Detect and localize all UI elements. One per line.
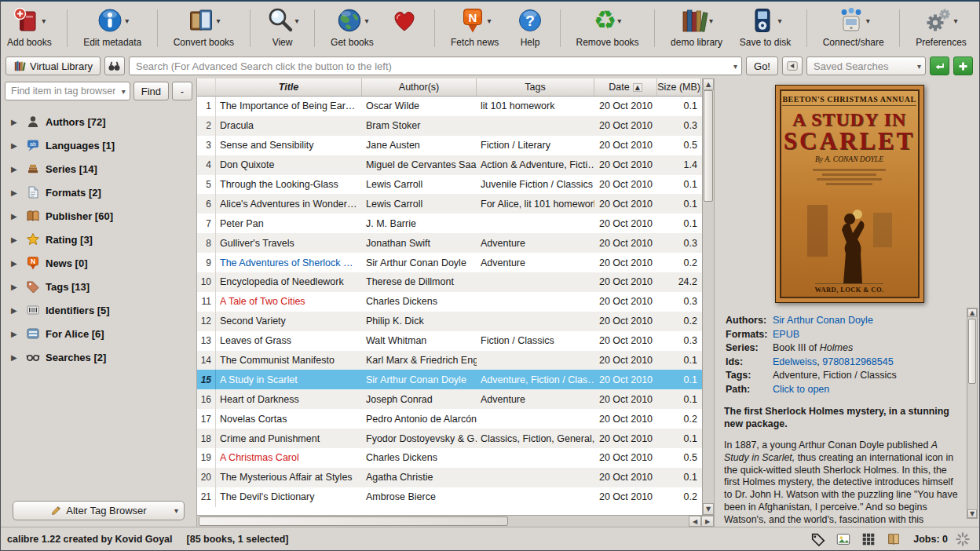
table-row[interactable]: 5Through the Looking-GlassLewis CarrollJ…	[197, 175, 702, 195]
field-value-link[interactable]: EPUB	[773, 329, 799, 340]
expander-icon[interactable]: ▶	[11, 259, 20, 268]
table-row[interactable]: 21The Devil's DictionaryAmbrose Bierce20…	[197, 487, 702, 507]
jobs-status[interactable]: Jobs: 0	[913, 534, 948, 545]
find-item-combo[interactable]: ▾	[5, 82, 130, 100]
find-button[interactable]: Find	[133, 82, 169, 100]
copy-search-button[interactable]	[930, 57, 949, 75]
table-row[interactable]: 6Alice's Adventures in Wonder…Lewis Carr…	[197, 194, 702, 213]
jobs-spinner-button[interactable]	[953, 530, 973, 549]
dropdown-arrow-icon[interactable]: ▾	[617, 16, 621, 25]
sidebar-item-series[interactable]: ▶Series [14]	[3, 157, 194, 181]
sidebar-item-searches[interactable]: ▶Searches [2]	[3, 345, 194, 369]
dropdown-arrow-icon[interactable]: ▾	[777, 16, 781, 25]
edit-metadata-button[interactable]: ▾Edit metadata	[80, 3, 144, 53]
field-value-link[interactable]: 9780812968545	[822, 356, 893, 367]
help-button[interactable]: ?Help	[513, 3, 547, 53]
details-scroll-up-button[interactable]: ▲	[967, 308, 977, 317]
table-row[interactable]: 17Novelas CortasPedro Antonio de Alarcón…	[197, 409, 702, 429]
table-row[interactable]: 11A Tale of Two CitiesCharles Dickens20 …	[197, 292, 702, 312]
scroll-right-button[interactable]: ▶	[701, 516, 714, 527]
scroll-down-button[interactable]: ▼	[703, 503, 714, 515]
dropdown-arrow-icon[interactable]: ▾	[125, 16, 129, 25]
remove-books-button[interactable]: ♻▾Remove books	[573, 3, 642, 53]
table-row[interactable]: 16Heart of DarknessJoseph ConradAdventur…	[197, 389, 702, 409]
table-row[interactable]: 14The Communist ManifestoKarl Marx & Fri…	[197, 351, 702, 370]
expander-icon[interactable]: ▶	[11, 235, 20, 244]
expander-icon[interactable]: ▶	[11, 330, 20, 338]
preferences-button[interactable]: ▾Preferences	[912, 3, 970, 53]
table-row[interactable]: 7Peter PanJ. M. Barrie20 Oct 20100.1	[197, 213, 702, 233]
collapse-all-button[interactable]: -	[172, 82, 192, 100]
convert-books-button[interactable]: ▾Convert books	[170, 3, 237, 53]
details-scroll-down-button[interactable]: ▼	[967, 509, 977, 518]
sidebar-item-rating[interactable]: ▶Rating [3]	[3, 228, 194, 251]
column-header-date[interactable]: Date▲	[594, 78, 657, 96]
find-combo-arrow-icon[interactable]: ▾	[122, 87, 126, 96]
table-row[interactable]: 10Encyclopedia of NeedleworkTherese de D…	[197, 272, 702, 292]
table-row[interactable]: 20The Mysterious Affair at StylesAgatha …	[197, 468, 702, 487]
add-books-button[interactable]: ▾Add books	[4, 3, 55, 53]
expander-icon[interactable]: ▶	[11, 188, 20, 197]
expander-icon[interactable]: ▶	[11, 141, 20, 150]
table-row[interactable]: 4Don QuixoteMiguel de Cervantes Saa…Acti…	[197, 155, 702, 175]
dropdown-arrow-icon[interactable]: ▾	[42, 16, 46, 25]
scroll-up-button[interactable]: ▲	[703, 78, 714, 90]
expander-icon[interactable]: ▶	[11, 283, 20, 291]
sidebar-item-for-alice[interactable]: ▶For Alice [6]	[3, 322, 194, 345]
details-scroll-trough[interactable]	[967, 317, 977, 509]
dropdown-arrow-icon[interactable]: ▾	[216, 16, 220, 25]
sidebar-item-authors[interactable]: ▶Authors [72]	[3, 110, 194, 133]
sidebar-item-identifiers[interactable]: ▶Identifiers [5]	[3, 298, 194, 322]
table-row[interactable]: 1The Importance of Being Ear…Oscar Wilde…	[197, 97, 702, 116]
virtual-library-button[interactable]: Virtual Library	[5, 57, 101, 75]
toggle-cover-browser-button[interactable]	[833, 530, 854, 549]
expander-icon[interactable]: ▶	[11, 306, 20, 315]
get-books-button[interactable]: ▾Get books	[327, 3, 377, 53]
hscroll-thumb[interactable]	[199, 516, 508, 526]
column-header-tags[interactable]: Tags	[477, 78, 594, 96]
dropdown-arrow-icon[interactable]: ▾	[953, 16, 957, 25]
toggle-tag-browser-button[interactable]	[808, 530, 828, 549]
advanced-search-button[interactable]	[104, 57, 125, 75]
expander-icon[interactable]: ▶	[11, 118, 20, 126]
search-history-arrow-icon[interactable]: ▾	[733, 62, 737, 71]
fetch-news-button[interactable]: N▾Fetch news	[448, 3, 502, 53]
alter-dropdown-arrow-icon[interactable]: ▾	[174, 506, 178, 515]
sidebar-item-formats[interactable]: ▶Formats [2]	[3, 181, 194, 204]
search-option-button[interactable]	[782, 57, 803, 75]
table-row[interactable]: 2DraculaBram Stoker20 Oct 20100.3	[197, 116, 702, 136]
table-row-selected[interactable]: 15A Study in ScarletSir Arthur Conan Doy…	[197, 370, 702, 389]
expander-icon[interactable]: ▶	[11, 212, 20, 221]
dropdown-arrow-icon[interactable]: ▾	[488, 16, 492, 25]
table-row[interactable]: 19A Christmas CarolCharles Dickens20 Oct…	[197, 448, 702, 468]
book-list-horizontal-scrollbar[interactable]: ◀ ▶	[197, 515, 714, 527]
sidebar-item-tags[interactable]: ▶Tags [13]	[3, 275, 194, 298]
book-cover[interactable]: BEETON'S CHRISTMAS ANNUAL A STUDY IN SCA…	[775, 85, 924, 303]
donate-button[interactable]	[387, 3, 422, 53]
sidebar-item-publisher[interactable]: ▶Publisher [60]	[3, 204, 194, 228]
table-row[interactable]: 18Crime and PunishmentFyodor Dostoyevsky…	[197, 429, 702, 448]
view-button[interactable]: ▾View	[263, 3, 302, 53]
table-row[interactable]: 12Second VarietyPhilip K. Dick20 Oct 201…	[197, 312, 702, 331]
dropdown-arrow-icon[interactable]: ▾	[866, 16, 870, 25]
field-value-link[interactable]: Sir Arthur Conan Doyle	[773, 315, 873, 326]
hscroll-trough[interactable]	[197, 516, 689, 527]
toggle-book-details-button[interactable]	[883, 530, 904, 549]
toggle-cover-grid-button[interactable]	[858, 530, 879, 549]
go-button[interactable]: Go!	[746, 57, 778, 75]
table-row[interactable]: 9The Adventures of Sherlock …Sir Arthur …	[197, 253, 702, 272]
search-input[interactable]	[130, 57, 741, 75]
vscroll-thumb[interactable]	[704, 90, 713, 202]
save-to-disk-button[interactable]: ▾Save to disk	[737, 3, 794, 53]
sidebar-item-languages[interactable]: ▶abLanguages [1]	[3, 133, 194, 157]
scroll-left-button[interactable]: ◀	[689, 516, 701, 527]
sidebar-item-news[interactable]: ▶NNews [0]	[3, 251, 194, 275]
dropdown-arrow-icon[interactable]: ▾	[364, 16, 368, 25]
field-value-link[interactable]: Click to open	[773, 384, 829, 395]
saved-searches-combo[interactable]: Saved Searches ▾	[806, 57, 926, 75]
save-search-button[interactable]	[953, 57, 973, 75]
column-header-title[interactable]: Title	[216, 78, 362, 96]
details-scroll-thumb[interactable]	[968, 319, 976, 384]
find-item-input[interactable]	[5, 82, 130, 100]
field-value-link[interactable]: Edelweiss	[773, 356, 817, 367]
